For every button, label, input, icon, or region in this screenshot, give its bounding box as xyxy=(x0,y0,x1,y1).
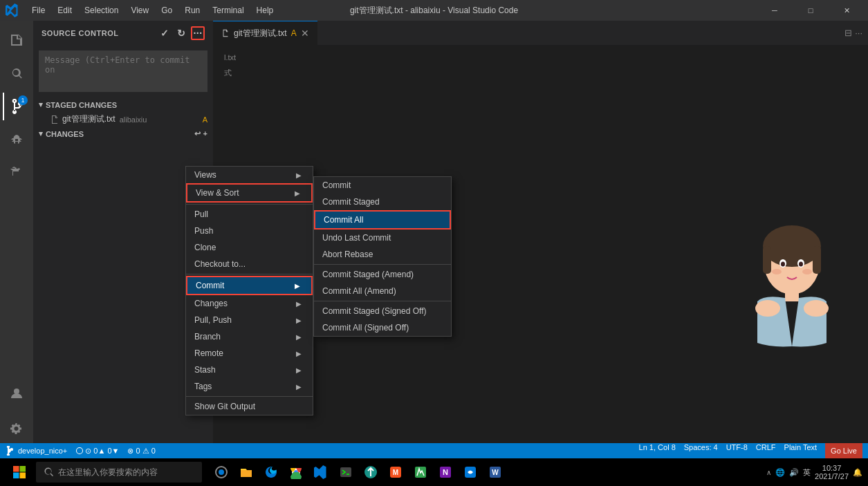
submenu-separator-2 xyxy=(314,301,451,301)
menu-item-push[interactable]: Push xyxy=(186,223,313,239)
menu-item-show-git-output[interactable]: Show Git Output xyxy=(186,398,313,415)
arrow-icon: ▶ xyxy=(296,350,302,357)
submenu-commit-staged-amend[interactable]: Commit Staged (Amend) xyxy=(314,266,451,283)
arrow-icon: ▶ xyxy=(296,366,302,374)
submenu-commit-staged[interactable]: Commit Staged xyxy=(314,194,451,210)
menu-item-branch[interactable]: Branch ▶ xyxy=(186,328,313,345)
menu-item-pull-push[interactable]: Pull, Push ▶ xyxy=(186,312,313,328)
submenu-commit-all-signed-off[interactable]: Commit All (Signed Off) xyxy=(314,319,451,336)
submenu-commit-all[interactable]: Commit All xyxy=(314,210,451,230)
menu-overlay: Views ▶ View & Sort ▶ Pull Push Clone Ch… xyxy=(0,0,868,486)
submenu-commit[interactable]: Commit xyxy=(314,177,451,194)
menu-separator xyxy=(186,204,313,205)
menu-separator-2 xyxy=(186,274,313,274)
menu-item-stash[interactable]: Stash ▶ xyxy=(186,362,313,378)
menu-item-remote[interactable]: Remote ▶ xyxy=(186,345,313,362)
commit-submenu: Commit Commit Staged Commit All Undo Las… xyxy=(313,176,452,337)
menu-item-changes[interactable]: Changes ▶ xyxy=(186,295,313,312)
menu-item-pull[interactable]: Pull xyxy=(186,206,313,223)
main-context-menu: Views ▶ View & Sort ▶ Pull Push Clone Ch… xyxy=(185,166,313,415)
menu-separator-3 xyxy=(186,396,313,397)
menu-item-view-sort[interactable]: View & Sort ▶ xyxy=(186,183,313,203)
submenu-undo-last-commit[interactable]: Undo Last Commit xyxy=(314,230,451,246)
submenu-commit-all-amend[interactable]: Commit All (Amend) xyxy=(314,283,451,299)
menu-item-tags[interactable]: Tags ▶ xyxy=(186,378,313,395)
arrow-icon: ▶ xyxy=(296,300,302,308)
arrow-icon: ▶ xyxy=(295,189,300,197)
arrow-icon: ▶ xyxy=(296,171,302,179)
arrow-icon: ▶ xyxy=(296,317,302,324)
arrow-icon: ▶ xyxy=(296,383,302,391)
arrow-icon: ▶ xyxy=(295,282,300,290)
menu-item-commit[interactable]: Commit ▶ xyxy=(186,276,313,295)
menu-item-checkout[interactable]: Checkout to... xyxy=(186,256,313,272)
menu-item-views[interactable]: Views ▶ xyxy=(186,167,313,183)
submenu-commit-staged-signed-off[interactable]: Commit Staged (Signed Off) xyxy=(314,303,451,319)
arrow-icon: ▶ xyxy=(296,333,302,341)
menu-item-clone[interactable]: Clone xyxy=(186,239,313,256)
submenu-separator-1 xyxy=(314,264,451,265)
submenu-abort-rebase[interactable]: Abort Rebase xyxy=(314,246,451,263)
